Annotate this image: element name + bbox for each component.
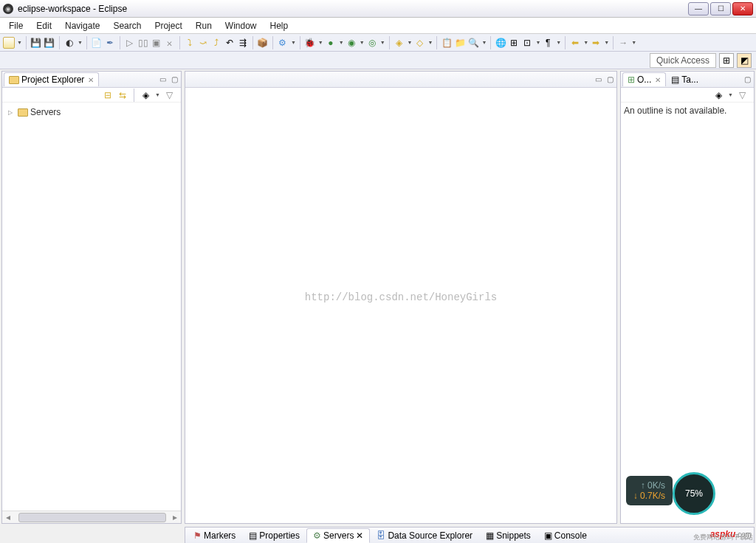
servers-label: Servers: [323, 530, 354, 541]
next-annotation-icon[interactable]: →: [617, 37, 629, 49]
close-tab-icon[interactable]: ✕: [356, 530, 363, 541]
menu-search[interactable]: Search: [107, 19, 147, 32]
branding-subtitle: 免费网站源码下载站: [693, 533, 753, 542]
toggle-breadcrumb-icon[interactable]: ⊞: [508, 37, 520, 49]
new-package-icon[interactable]: ◇: [414, 37, 426, 49]
outline-view: ⊞ O... ✕ ▤ Ta... ▢ ◈▼ ▽ An outline is no…: [620, 71, 755, 524]
link-editor-icon[interactable]: ⇆: [117, 89, 128, 101]
save-icon[interactable]: 💾: [30, 37, 42, 49]
project-explorer-view: Project Explorer ✕ ▭ ▢ ⊟ ⇆ ◈▼ ▽ ▷ Server…: [1, 71, 182, 524]
quick-access[interactable]: Quick Access: [650, 53, 716, 68]
close-button[interactable]: ✕: [732, 2, 753, 15]
drop-frame-icon[interactable]: ↶: [224, 37, 236, 49]
snippets-tab[interactable]: ▦Snippets: [479, 528, 537, 543]
project-tree[interactable]: ▷ Servers: [2, 103, 181, 511]
view-menu-icon[interactable]: ▽: [163, 89, 175, 101]
maximize-view-icon[interactable]: ▢: [742, 75, 752, 85]
focus-outline-icon[interactable]: ◈: [712, 89, 724, 101]
resume-icon[interactable]: ▷: [124, 37, 136, 49]
run-icon[interactable]: ●: [325, 37, 337, 49]
snippets-label: Snippets: [496, 530, 531, 541]
perspective-bar: Quick Access ⊞ ◩: [0, 52, 756, 69]
project-explorer-title: Project Explorer: [21, 75, 84, 85]
dse-icon: 🗄: [377, 530, 385, 541]
folder-icon: [9, 76, 19, 84]
title-bar: ◉ eclipse-workspace - Eclipse — ☐ ✕: [0, 0, 756, 18]
open-type-icon[interactable]: 📄: [91, 37, 103, 49]
maximize-button[interactable]: ☐: [710, 2, 731, 15]
switch-icon[interactable]: ◐: [63, 37, 75, 49]
minimize-view-icon[interactable]: ▭: [157, 75, 168, 85]
debug-icon[interactable]: 🐞: [304, 37, 316, 49]
menu-project[interactable]: Project: [148, 19, 188, 32]
dse-tab[interactable]: 🗄Data Source Explorer: [370, 528, 479, 543]
web-browser-icon[interactable]: 🌐: [495, 37, 506, 49]
step-over-icon[interactable]: ⤻: [197, 37, 209, 49]
console-icon: ▣: [544, 530, 552, 541]
menu-file[interactable]: File: [3, 19, 29, 32]
toggle-mark-icon[interactable]: ⊡: [521, 37, 533, 49]
disconnect-icon[interactable]: ⨉: [164, 37, 176, 49]
tasklist-tab[interactable]: ▤ Ta...: [666, 72, 704, 86]
step-into-icon[interactable]: ⤵: [184, 37, 196, 49]
horizontal-scrollbar[interactable]: ◂▸: [2, 511, 181, 523]
outline-tab-label: O...: [637, 75, 651, 85]
console-tab[interactable]: ▣Console: [537, 528, 594, 543]
back-icon[interactable]: ⬅: [569, 37, 581, 49]
save-all-icon[interactable]: 💾: [44, 37, 55, 49]
terminate-icon[interactable]: ▣: [151, 37, 162, 49]
close-tab-icon[interactable]: ✕: [88, 76, 94, 84]
collapse-all-icon[interactable]: ⊟: [102, 89, 114, 101]
wand-icon[interactable]: ✒: [104, 37, 116, 49]
coverage-icon[interactable]: ◉: [346, 37, 357, 49]
build-icon[interactable]: 📦: [257, 37, 269, 49]
console-label: Console: [554, 530, 587, 541]
forward-icon[interactable]: ➡: [590, 37, 602, 49]
servers-icon: ⚙: [313, 530, 321, 541]
java-ee-perspective-button[interactable]: ◩: [737, 53, 752, 68]
project-explorer-tab[interactable]: Project Explorer ✕: [4, 72, 99, 86]
task-icon: ▤: [671, 75, 679, 85]
dse-label: Data Source Explorer: [388, 530, 472, 541]
step-filters-icon[interactable]: ⇶: [237, 37, 249, 49]
menu-bar: File Edit Navigate Search Project Run Wi…: [0, 18, 756, 34]
window-title: eclipse-workspace - Eclipse: [18, 4, 127, 14]
menu-help[interactable]: Help: [264, 19, 295, 32]
folder-icon[interactable]: 📁: [454, 37, 466, 49]
new-java-class-icon[interactable]: ◈: [394, 37, 405, 49]
markers-icon: ⚑: [193, 530, 202, 541]
maximize-view-icon[interactable]: ▢: [169, 75, 179, 85]
menu-window[interactable]: Window: [219, 19, 263, 32]
watermark-text: http://blog.csdn.net/HoneyGirls: [305, 291, 497, 303]
minimize-editor-icon[interactable]: ▭: [593, 75, 603, 85]
properties-label: Properties: [259, 530, 300, 541]
search-icon[interactable]: 🔍: [467, 37, 479, 49]
outline-tab[interactable]: ⊞ O... ✕: [622, 72, 666, 86]
focus-task-icon[interactable]: ◈: [140, 89, 151, 101]
expand-arrow-icon[interactable]: ▷: [8, 109, 16, 116]
open-task-icon[interactable]: 📋: [441, 37, 453, 49]
properties-tab[interactable]: ▤Properties: [242, 528, 306, 543]
suspend-icon[interactable]: ▯▯: [137, 37, 149, 49]
menu-edit[interactable]: Edit: [30, 19, 58, 32]
properties-icon: ▤: [249, 530, 257, 541]
view-menu-icon[interactable]: ▽: [736, 89, 748, 101]
new-icon[interactable]: [3, 37, 15, 49]
toggle-whitespace-icon[interactable]: ¶: [542, 37, 554, 49]
close-tab-icon[interactable]: ✕: [655, 76, 661, 84]
outline-message: An outline is not available.: [624, 106, 726, 116]
markers-tab[interactable]: ⚑Markers: [187, 528, 242, 543]
new-server-icon[interactable]: ⚙: [277, 37, 289, 49]
external-tools-icon[interactable]: ◎: [366, 37, 378, 49]
maximize-editor-icon[interactable]: ▢: [605, 75, 615, 85]
minimize-button[interactable]: —: [688, 2, 709, 15]
step-return-icon[interactable]: ⤴: [210, 37, 222, 49]
open-perspective-button[interactable]: ⊞: [719, 53, 734, 68]
tree-item-servers[interactable]: ▷ Servers: [5, 106, 178, 119]
outline-icon: ⊞: [628, 75, 635, 85]
servers-tab[interactable]: ⚙Servers✕: [306, 528, 370, 543]
markers-label: Markers: [204, 530, 236, 541]
tree-item-label: Servers: [30, 107, 61, 117]
menu-run[interactable]: Run: [190, 19, 218, 32]
menu-navigate[interactable]: Navigate: [59, 19, 106, 32]
